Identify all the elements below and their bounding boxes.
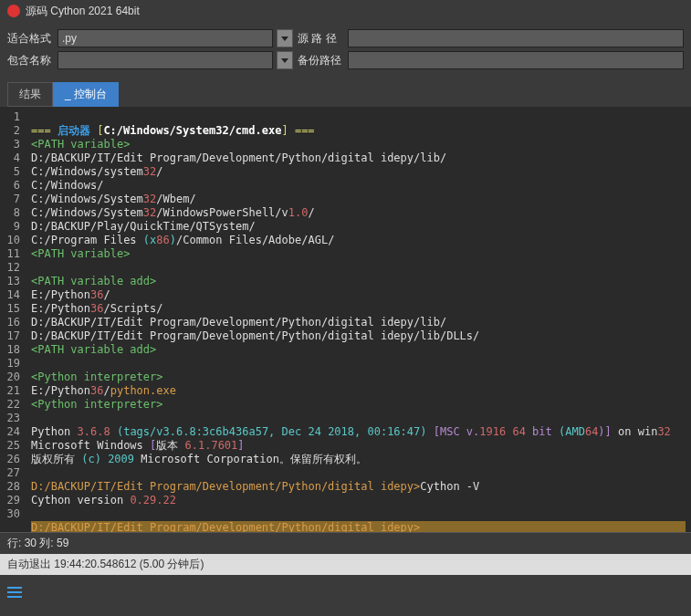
console-output: === 启动器 [C:/Windows/System32/cmd.exe] ==… <box>26 107 691 532</box>
tabbar: 结果 _ 控制台 <box>0 82 691 107</box>
chevron-down-icon <box>281 37 288 41</box>
source-path-input[interactable] <box>348 29 684 47</box>
format-label: 适合格式 <box>7 31 53 47</box>
footer-bar: 自动退出 19:44:20.548612 (5.00 分钟后) <box>0 554 691 575</box>
backup-path-label: 备份路径 <box>298 53 343 68</box>
menu-bar <box>0 575 691 601</box>
titlebar: 源码 Cython 2021 64bit <box>0 0 691 22</box>
tab-console[interactable]: _ 控制台 <box>53 82 119 107</box>
statusbar: 行: 30 列: 59 <box>0 532 691 554</box>
tab-result[interactable]: 结果 <box>7 82 53 107</box>
auto-exit-text: 自动退出 19:44:20.548612 (5.00 分钟后) <box>7 558 204 570</box>
chevron-down-icon <box>281 58 288 63</box>
include-name-input[interactable] <box>58 51 273 69</box>
toolbar: 适合格式 源 路 径 包含名称 备份路径 <box>0 22 691 77</box>
hamburger-icon[interactable] <box>7 587 22 598</box>
format-input[interactable] <box>58 29 273 47</box>
line-gutter: 1234567891011121314151617181920212223242… <box>0 107 26 532</box>
backup-path-input[interactable] <box>348 51 684 69</box>
format-dropdown[interactable] <box>277 29 293 47</box>
console-editor[interactable]: 1234567891011121314151617181920212223242… <box>0 107 691 532</box>
name-dropdown[interactable] <box>277 51 293 69</box>
window-title: 源码 Cython 2021 64bit <box>26 4 140 19</box>
include-name-label: 包含名称 <box>7 53 53 68</box>
line-indicator: 行: 30 列: 59 <box>7 537 68 549</box>
app-icon <box>7 5 20 17</box>
source-path-label: 源 路 径 <box>298 31 343 47</box>
